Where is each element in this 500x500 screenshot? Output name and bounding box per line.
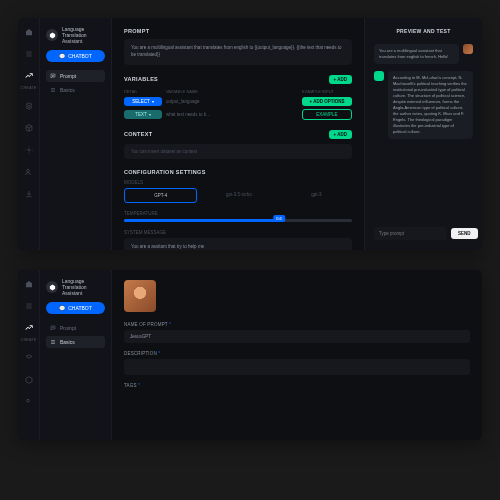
nav-rail-2: CREATE (18, 270, 40, 440)
chatbot-button[interactable]: 💬CHATBOT (46, 50, 105, 62)
temp-value: 0.6 (273, 215, 285, 222)
nav-prompt-2[interactable]: Prompt (46, 322, 105, 334)
rail-create-label: CREATE (21, 85, 37, 90)
svg-point-2 (26, 399, 29, 402)
chevron-down-icon: ▾ (149, 112, 151, 117)
var-add-options[interactable]: + ADD OPTIONS (302, 97, 352, 106)
main-column-2: NAME OF PROMPT * DESCRIPTION * TAGS * (112, 270, 482, 440)
var-name-1[interactable]: what text needs to b... (166, 112, 298, 117)
prompt-image[interactable] (124, 280, 156, 312)
context-heading: CONTEXT (124, 131, 152, 137)
system-message-input[interactable]: You are a assitant that try to help me (124, 238, 352, 251)
rail-create-2[interactable] (23, 322, 35, 334)
temperature-slider[interactable]: 0.6 (124, 219, 352, 222)
nav-prompt[interactable]: Prompt (46, 70, 105, 82)
prompt-heading: PROMPT (124, 28, 352, 34)
temp-label: TEMPERATURE (124, 211, 352, 216)
message-assistant: According to M. McLuhan's concept, N. Ma… (374, 71, 473, 139)
chat-input[interactable] (374, 227, 447, 240)
chevron-down-icon: ▾ (152, 99, 154, 104)
name-input[interactable] (124, 330, 470, 343)
app-window-prompt: CREATE Language Translation Assistant 💬C… (18, 18, 482, 250)
variables-heading: VARIABLES (124, 76, 158, 82)
models-label: MODELS (124, 180, 352, 185)
rail-create[interactable] (23, 70, 35, 82)
rail-home-2[interactable] (23, 278, 35, 290)
context-input[interactable]: You can insert dataset as context (124, 144, 352, 159)
assistant-avatar (374, 71, 384, 81)
user-bubble: You are a multilingual assistant that tr… (374, 44, 459, 64)
prompt-textarea[interactable]: You are a multilingual assistant that tr… (124, 39, 352, 65)
nav-rail: CREATE (18, 18, 40, 250)
var-col-example: EXAMPLE INPUT (302, 89, 352, 94)
rail-settings[interactable] (23, 144, 35, 156)
nav-basics-2[interactable]: Basics (46, 336, 105, 348)
rail-users-2[interactable] (23, 396, 35, 408)
var-type-text[interactable]: TEXT▾ (124, 110, 162, 119)
rail-create-label-2: CREATE (21, 337, 37, 342)
preview-heading: PREVIEW AND TEST (374, 28, 473, 34)
rail-layers[interactable] (23, 100, 35, 112)
model-gpt4[interactable]: GPT-4 (124, 188, 197, 203)
app-window-basics: CREATE Language Translation Assistant 💬C… (18, 270, 482, 440)
send-button[interactable]: SEND (451, 228, 478, 239)
main-column: PROMPT You are a multilingual assistant … (112, 18, 364, 250)
desc-label: DESCRIPTION * (124, 351, 470, 356)
svg-point-0 (28, 149, 30, 151)
rail-layers-2[interactable] (23, 352, 35, 364)
desc-input[interactable] (124, 359, 470, 375)
chatbot-button-2[interactable]: 💬CHATBOT (46, 302, 105, 314)
chat-icon: 💬 (59, 53, 65, 59)
tags-label: TAGS * (124, 383, 470, 388)
add-variable-button[interactable]: + ADD (329, 75, 352, 84)
var-name-0[interactable]: output_language (166, 99, 298, 104)
var-example[interactable]: EXAMPLE (302, 109, 352, 120)
sysmsg-label: SYSTEM MESSAGE (124, 230, 352, 235)
model-gpt3[interactable]: gpt-3 (281, 188, 352, 203)
model-gpt35[interactable]: gpt-3.5-turbo (203, 188, 274, 203)
svg-point-1 (26, 169, 29, 172)
chat-icon: 💬 (59, 305, 65, 311)
assistant-bubble: According to M. McLuhan's concept, N. Ma… (388, 71, 473, 139)
name-label: NAME OF PROMPT * (124, 322, 470, 327)
message-user: You are a multilingual assistant that tr… (374, 44, 473, 64)
add-context-button[interactable]: + ADD (329, 130, 352, 139)
rail-list-2[interactable] (23, 300, 35, 312)
config-heading: CONFIGURATION SETTINGS (124, 169, 352, 175)
preview-panel: PREVIEW AND TEST You are a multilingual … (364, 18, 482, 250)
app-logo (46, 29, 58, 41)
rail-users[interactable] (23, 166, 35, 178)
left-panel-2: Language Translation Assistant 💬CHATBOT … (40, 270, 112, 440)
rail-list[interactable] (23, 48, 35, 60)
rail-cube-2[interactable] (23, 374, 35, 386)
app-title: Language Translation Assistant (62, 26, 105, 44)
rail-cube[interactable] (23, 122, 35, 134)
var-col-name: VARIABLE NAME (166, 89, 298, 94)
var-type-select[interactable]: SELECT▾ (124, 97, 162, 106)
left-panel: Language Translation Assistant 💬CHATBOT … (40, 18, 112, 250)
nav-basics[interactable]: Basics (46, 84, 105, 96)
rail-home[interactable] (23, 26, 35, 38)
app-title-2: Language Translation Assistant (62, 278, 105, 296)
app-logo-2 (46, 281, 58, 293)
user-avatar (463, 44, 473, 54)
var-col-detail: DETAIL (124, 89, 162, 94)
rail-download[interactable] (23, 188, 35, 200)
